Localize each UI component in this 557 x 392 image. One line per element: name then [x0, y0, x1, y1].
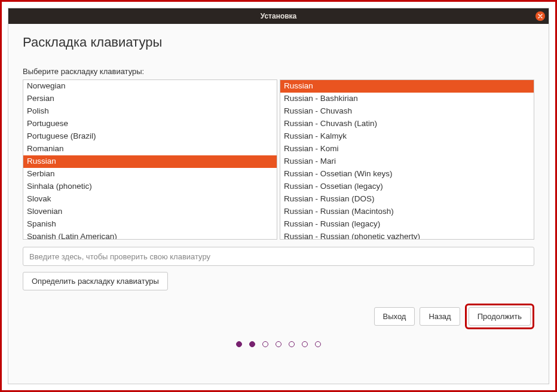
progress-dot [315, 341, 321, 347]
progress-dot [236, 341, 242, 347]
progress-dot [249, 341, 255, 347]
detect-layout-button[interactable]: Определить раскладку клавиатуры [23, 272, 168, 290]
list-item[interactable]: Slovenian [23, 206, 277, 218]
list-item[interactable]: Russian [23, 155, 277, 168]
list-item[interactable]: Russian - Komi [280, 143, 534, 155]
continue-button[interactable]: Продолжить [469, 307, 531, 326]
list-item[interactable]: Serbian [23, 168, 277, 180]
layout-variant-list[interactable]: RussianRussian - BashkirianRussian - Chu… [280, 79, 534, 240]
list-item[interactable]: Norwegian [23, 80, 277, 93]
list-item[interactable]: Sinhala (phonetic) [23, 180, 277, 193]
list-item[interactable]: Romanian [23, 143, 277, 155]
list-item[interactable]: Russian - Russian (DOS) [280, 193, 534, 206]
list-item[interactable]: Spanish (Latin American) [23, 231, 277, 240]
progress-dot [262, 341, 268, 347]
list-item[interactable]: Russian - Mari [280, 155, 534, 168]
list-item[interactable]: Russian - Russian (Macintosh) [280, 206, 534, 218]
close-icon [538, 12, 543, 20]
window-title: Установка [261, 12, 297, 20]
quit-button[interactable]: Выход [374, 307, 415, 326]
titlebar: Установка [8, 8, 549, 24]
installer-window: Установка Раскладка клавиатуры Выберите … [8, 8, 549, 384]
layout-language-list[interactable]: NorwegianPersianPolishPortuguesePortugue… [23, 79, 277, 240]
annotation-outer-border: Установка Раскладка клавиатуры Выберите … [0, 0, 557, 392]
detect-row: Определить раскладку клавиатуры [23, 272, 534, 290]
list-item[interactable]: Russian - Kalmyk [280, 130, 534, 143]
keyboard-test-input[interactable] [23, 247, 534, 266]
instruction-label: Выберите раскладку клавиатуры: [23, 67, 534, 76]
list-item[interactable]: Russian - Russian (phonetic yazherty) [280, 231, 534, 240]
progress-dots [23, 341, 534, 351]
progress-dot [289, 341, 295, 347]
list-item[interactable]: Russian - Ossetian (legacy) [280, 180, 534, 193]
list-item[interactable]: Persian [23, 93, 277, 105]
list-item[interactable]: Slovak [23, 193, 277, 206]
navigation-row: Выход Назад Продолжить [23, 304, 534, 329]
list-item[interactable]: Russian - Chuvash [280, 105, 534, 118]
list-item[interactable]: Russian - Bashkirian [280, 93, 534, 105]
progress-dot [302, 341, 308, 347]
list-item[interactable]: Russian - Chuvash (Latin) [280, 118, 534, 130]
close-button[interactable] [535, 11, 545, 21]
annotation-continue-highlight: Продолжить [465, 304, 534, 329]
list-item[interactable]: Portuguese (Brazil) [23, 130, 277, 143]
list-item[interactable]: Russian - Russian (legacy) [280, 218, 534, 231]
list-item[interactable]: Spanish [23, 218, 277, 231]
list-item[interactable]: Russian [280, 80, 534, 93]
page-title: Раскладка клавиатуры [23, 35, 534, 50]
back-button[interactable]: Назад [420, 307, 460, 326]
list-item[interactable]: Russian - Ossetian (Win keys) [280, 168, 534, 180]
list-item[interactable]: Polish [23, 105, 277, 118]
progress-dot [276, 341, 281, 347]
content-area: Раскладка клавиатуры Выберите раскладку … [8, 24, 549, 384]
list-item[interactable]: Portuguese [23, 118, 277, 130]
keyboard-layout-lists: NorwegianPersianPolishPortuguesePortugue… [23, 79, 534, 240]
